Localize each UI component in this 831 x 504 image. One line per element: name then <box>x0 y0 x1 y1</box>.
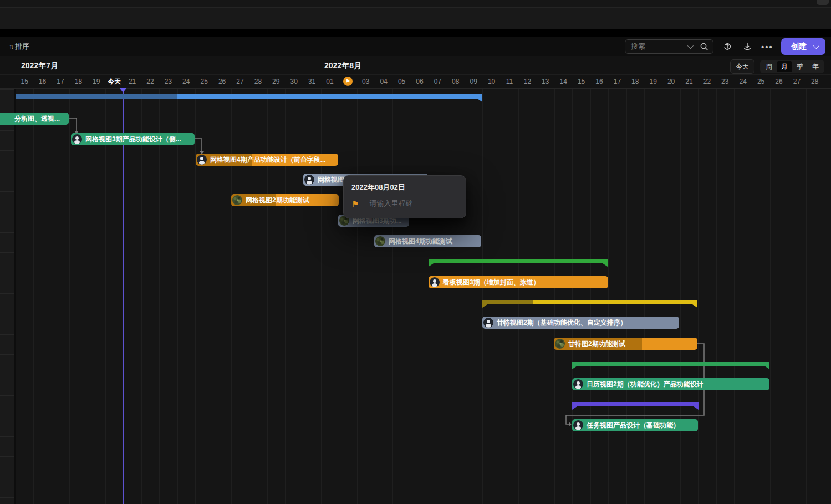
search-placeholder: 搜索 <box>631 42 687 52</box>
window-top-band <box>0 0 831 8</box>
day-cell: 09 <box>465 75 482 88</box>
task-label: 分析图、透视... <box>14 114 60 124</box>
tab-week[interactable]: 周 <box>761 61 777 72</box>
task-label: 甘特视图2期（基础功能优化、自定义排序） <box>497 318 627 328</box>
day-cell: 19 <box>644 75 662 88</box>
task-bar-calendar2[interactable]: 日历视图2期（功能优化）产品功能设计 <box>572 378 769 390</box>
tab-year[interactable]: 年 <box>808 61 823 72</box>
day-cell: 22 <box>698 75 716 88</box>
day-cell: 19 <box>88 75 105 88</box>
day-cell: 28 <box>249 75 267 88</box>
day-cell: 25 <box>752 75 769 88</box>
day-cell: 12 <box>518 75 536 88</box>
day-cell: 15 <box>572 75 590 88</box>
task-label: 网格视图2期功能测试 <box>246 196 309 205</box>
assignee-avatar <box>232 195 242 205</box>
task-bar-grid4-test[interactable]: 网格视图4期功能测试 <box>374 235 481 247</box>
search-icon[interactable] <box>700 42 708 51</box>
day-cell-today: 今天 <box>105 75 123 88</box>
assignee-avatar <box>197 155 207 165</box>
assignee-avatar <box>375 236 385 246</box>
search-input[interactable]: 搜索 <box>625 39 713 54</box>
flag-icon: ⚑ <box>351 200 359 208</box>
day-cell: 18 <box>69 75 87 88</box>
sort-button[interactable]: ↑↓ 排序 <box>9 42 29 52</box>
day-cell: 04 <box>375 75 392 88</box>
task-label: 网格视图4期功能测试 <box>389 237 452 246</box>
day-cell: 08 <box>447 75 465 88</box>
day-cell: 24 <box>177 75 195 88</box>
view-toolbar: ↑↓ 排序 搜索 <box>0 37 831 56</box>
task-label: 网格视图3期产品功能设计（侧... <box>85 135 181 144</box>
day-cell: 01 <box>321 75 339 88</box>
assignee-avatar <box>573 379 583 389</box>
day-cell: 23 <box>716 75 734 88</box>
share-upload-button[interactable] <box>721 40 733 53</box>
day-cell: 31 <box>303 75 320 88</box>
day-cell: 29 <box>267 75 285 88</box>
tab-quarter[interactable]: 季 <box>792 61 808 72</box>
assignee-avatar <box>72 134 82 144</box>
day-cell: 23 <box>159 75 177 88</box>
task-bar-gantt2-test[interactable]: 甘特图2期功能测试 <box>554 338 697 350</box>
create-button[interactable]: 创建 <box>781 38 825 55</box>
gantt-chart-area: 分析图、透视...网格视图3期产品功能设计（侧...网格视图4期产品功能设计（前… <box>0 88 831 504</box>
more-button[interactable]: ••• <box>761 40 773 53</box>
day-cell: 24 <box>734 75 752 88</box>
task-bar-analysis[interactable]: 分析图、透视... <box>0 113 69 125</box>
upload-icon <box>722 42 732 52</box>
month-label-august: 2022年8月 <box>324 61 361 71</box>
today-button[interactable]: 今天 <box>730 59 754 74</box>
tab-month[interactable]: 月 <box>777 61 792 72</box>
assignee-avatar <box>573 420 583 430</box>
day-cell: 17 <box>52 75 69 88</box>
chevron-down-icon[interactable] <box>687 43 694 49</box>
task-label: 看板视图3期（增加封面、泳道） <box>443 278 540 287</box>
task-label: 任务视图产品设计（基础功能） <box>587 421 680 430</box>
sort-arrows-icon: ↑↓ <box>9 43 12 50</box>
day-cell: 05 <box>392 75 410 88</box>
assignee-avatar <box>555 339 565 349</box>
day-cell: 26 <box>770 75 788 88</box>
top-right-widget <box>817 0 829 5</box>
day-cell: 30 <box>285 75 303 88</box>
create-label: 创建 <box>791 42 807 52</box>
task-label: 甘特图2期功能测试 <box>568 339 625 349</box>
task-bar-gantt2[interactable]: 甘特视图2期（基础功能优化、自定义排序） <box>482 317 679 329</box>
milestone-date: 2022年08月02日 <box>351 182 466 192</box>
day-cell: 10 <box>482 75 500 88</box>
day-cell: 25 <box>195 75 213 88</box>
milestone-input[interactable]: ⚑ 请输入里程碑 <box>351 198 466 208</box>
download-icon <box>742 42 752 52</box>
day-cell: 03 <box>357 75 375 88</box>
day-cell: 15 <box>16 75 33 88</box>
assignee-avatar <box>304 175 314 185</box>
task-bar-grid3-design[interactable]: 网格视图3期产品功能设计（侧... <box>71 133 195 145</box>
milestone-flag-marker[interactable]: ⚑ <box>343 77 353 86</box>
dependency-line <box>69 118 77 131</box>
gantt-app: ↑↓ 排序 搜索 <box>0 0 831 504</box>
milestone-popup: 2022年08月02日 ⚑ 请输入里程碑 <box>343 175 466 218</box>
task-bar-taskview[interactable]: 任务视图产品设计（基础功能） <box>572 419 698 431</box>
task-label: 网格视图4期产品功能设计（前台字段... <box>210 155 326 165</box>
download-button[interactable] <box>741 40 753 53</box>
task-bar-grid4-design[interactable]: 网格视图4期产品功能设计（前台字段... <box>196 154 338 166</box>
day-cell: 16 <box>33 75 51 88</box>
timeline-header: 2022年7月 2022年8月 今天 周 月 季 年 1516171819今天2… <box>0 56 831 88</box>
task-bar-grid2-test[interactable]: 网格视图2期功能测试 <box>231 194 339 206</box>
day-header-row: 1516171819今天212223242526272829303101⚑030… <box>0 75 831 88</box>
day-cell: 11 <box>501 75 518 88</box>
day-cell: 20 <box>662 75 680 88</box>
day-cell: 16 <box>590 75 608 88</box>
chevron-down-icon[interactable] <box>813 43 819 49</box>
day-cell: 14 <box>554 75 572 88</box>
dependency-connectors <box>0 89 831 504</box>
task-bar-kanban3[interactable]: 看板视图3期（增加封面、泳道） <box>429 276 608 288</box>
assignee-avatar <box>483 318 493 328</box>
view-granularity-switcher: 周 月 季 年 <box>760 60 824 73</box>
day-cell: 26 <box>213 75 231 88</box>
day-cell: 27 <box>788 75 805 88</box>
assignee-avatar <box>430 277 440 287</box>
day-cell: 18 <box>626 75 644 88</box>
day-cell: 27 <box>231 75 249 88</box>
